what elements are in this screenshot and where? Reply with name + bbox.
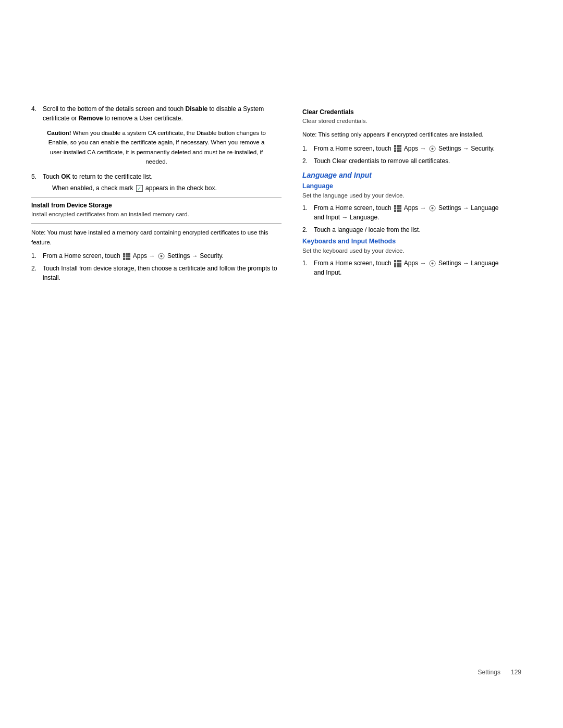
install-step-2: 2. Touch Install from device storage, th… [31,264,282,282]
clear-credentials-desc: Clear stored credentials. [302,117,500,126]
apps-icon-1 [123,253,130,260]
language-step-2-text: Touch a language / locale from the list. [314,225,421,235]
apps-icon-2 [394,145,401,152]
install-step-1-number: 1. [31,251,40,261]
clear-note: Note: This setting only appears if encry… [302,130,500,139]
settings-icon-3 [429,205,436,212]
language-step-2-number: 2. [302,225,311,235]
left-column: 4. Scroll to the bottom of the details s… [31,104,282,286]
clear-step-2-text: Touch Clear credentials to remove all ce… [314,156,450,166]
step-5-number: 5. [31,172,40,181]
install-step-1: 1. From a Home screen, touch Apps → Sett… [31,251,282,261]
install-note: Note: You must have installed a memory c… [31,228,282,247]
install-step-2-text: Touch Install from device storage, then … [43,264,282,282]
install-note-text: Note: You must have installed a memory c… [31,229,268,245]
settings-icon-4 [429,260,436,267]
language-desc: Set the language used by your device. [302,191,500,200]
language-input-heading: Language and Input [302,171,500,179]
language-subheading: Language [302,182,500,190]
step-5: 5. Touch OK to return to the certificate… [31,172,282,181]
clear-step-1-text: From a Home screen, touch Apps → Setting… [314,144,495,153]
page-footer: Settings 129 [478,669,521,676]
keyboards-desc: Set the keyboard used by your device. [302,246,500,255]
apps-icon-3 [394,205,401,212]
apps-icon-4 [394,260,401,267]
clear-step-1: 1. From a Home screen, touch Apps → Sett… [302,144,500,153]
clear-note-text: Note: This setting only appears if encry… [302,131,484,138]
step-4-text: Scroll to the bottom of the details scre… [43,104,282,123]
install-desc: Install encrypted certificates from an i… [31,210,282,219]
caution-label: Caution! When you disable a system CA ce… [47,130,266,165]
checkmark-note-text: When enabled, a check mark appears in th… [52,184,217,192]
svg-point-1 [160,255,162,257]
divider-1 [31,197,282,198]
language-step-1: 1. From a Home screen, touch Apps → Sett… [302,203,500,222]
settings-icon-1 [158,253,165,260]
keyboards-step-1-number: 1. [302,258,311,277]
caution-block: Caution! When you disable a system CA ce… [47,128,266,167]
svg-point-5 [431,207,433,209]
language-step-1-number: 1. [302,203,311,222]
language-step-2: 2. Touch a language / locale from the li… [302,225,500,235]
clear-step-2-number: 2. [302,156,311,166]
divider-2 [31,223,282,224]
footer-label: Settings [478,669,500,676]
step-5-text: Touch OK to return to the certificate li… [43,172,153,181]
checkmark-note: When enabled, a check mark appears in th… [52,184,282,192]
footer-page-number: 129 [511,669,521,676]
clear-step-1-number: 1. [302,144,311,153]
clear-credentials-heading: Clear Credentials [302,108,500,116]
settings-icon-2 [429,145,436,152]
step-4: 4. Scroll to the bottom of the details s… [31,104,282,123]
checkmark-icon [136,185,143,192]
install-step-1-text: From a Home screen, touch Apps → Setting… [43,251,224,261]
keyboards-subheading: Keyboards and Input Methods [302,238,500,245]
keyboards-step-1-text: From a Home screen, touch Apps → Setting… [314,258,500,277]
step-4-number: 4. [31,104,40,123]
page-content: 4. Scroll to the bottom of the details s… [0,0,563,338]
install-heading: Install from Device Storage [31,202,282,209]
right-column: Clear Credentials Clear stored credentia… [302,104,500,286]
language-step-1-text: From a Home screen, touch Apps → Setting… [314,203,500,222]
svg-point-3 [431,147,433,150]
install-step-2-number: 2. [31,264,40,282]
keyboards-step-1: 1. From a Home screen, touch Apps → Sett… [302,258,500,277]
svg-point-7 [431,263,433,265]
clear-step-2: 2. Touch Clear credentials to remove all… [302,156,500,166]
